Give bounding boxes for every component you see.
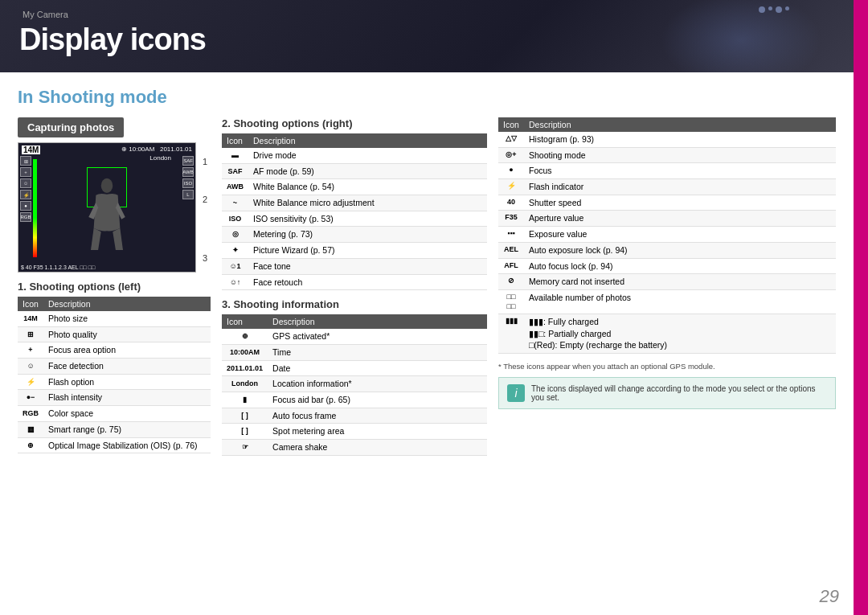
desc-cell: Camera shake	[268, 440, 487, 456]
table-row: ⊕Optical Image Stabilization (OIS) (p. 7…	[18, 437, 211, 453]
icon-cell: ⊞	[18, 326, 43, 342]
col-left: Capturing photos 14M ⊕ 10:00AM 2011.01.0…	[18, 117, 211, 464]
table-row: ⚡Flash indicator	[498, 179, 836, 195]
section-title: In Shooting mode	[18, 87, 836, 108]
table-row: ●−Flash intensity	[18, 390, 211, 406]
icon-cell: ▮▮▮	[498, 314, 524, 354]
desc-cell: Auto focus lock (p. 94)	[524, 258, 836, 274]
desc-cell: ▮▮▮: Fully charged▮▮□: Partially charged…	[524, 314, 836, 354]
icon-cell: △▽	[498, 132, 524, 147]
desc-cell: Color space	[43, 406, 211, 422]
table-row: ▮▮▮▮▮▮: Fully charged▮▮□: Partially char…	[498, 314, 836, 354]
table-row: ●Focus	[498, 163, 836, 179]
desc-cell: Focus area option	[43, 342, 211, 359]
desc-cell: Face detection	[43, 359, 211, 375]
icon-cell: 14M	[18, 311, 43, 326]
page-number: 29	[820, 586, 839, 607]
table-row: ▦Smart range (p. 75)	[18, 421, 211, 437]
desc-cell: Drive mode	[248, 148, 487, 163]
desc-cell: Photo quality	[43, 326, 211, 342]
table-row: ⚡Flash option	[18, 374, 211, 390]
icon-cell: 40	[498, 195, 524, 211]
icon-cell: ISO	[222, 211, 248, 227]
col-mid: 2. Shooting options (right) Icon Descrip…	[222, 117, 487, 464]
icon-cell: ☺1	[222, 258, 248, 274]
icon-cell: AEL	[498, 242, 524, 258]
icon-cell: ⚡	[18, 374, 43, 390]
icon-cell: ⊘	[498, 274, 524, 290]
table-row: ☺1Face tone	[222, 258, 487, 274]
shooting-info-table: Icon Description ⊕GPS activated*10:00AMT…	[222, 314, 487, 456]
col-desc-header: Description	[524, 117, 836, 132]
vf-icon: ☺	[20, 178, 31, 188]
col-desc-header: Description	[248, 133, 487, 148]
viewfinder: 14M ⊕ 10:00AM 2011.01.01 London ⊞ + ☺ ⚡ …	[18, 142, 196, 273]
desc-cell: White Balance micro adjustment	[248, 195, 487, 211]
desc-cell: Flash indicator	[524, 179, 836, 195]
icon-cell: ~	[222, 195, 248, 211]
table-row: ISOISO sensitivity (p. 53)	[222, 211, 487, 227]
table-row: 40Shutter speed	[498, 195, 836, 211]
icon-cell: ⊕	[18, 437, 43, 453]
table-row: AWBWhite Balance (p. 54)	[222, 179, 487, 195]
desc-cell: Picture Wizard (p. 57)	[248, 243, 487, 259]
label-1: 1	[203, 157, 207, 166]
icon-cell: ◎	[222, 227, 248, 243]
desc-cell: Time	[268, 344, 487, 360]
icon-cell: ☞	[222, 440, 268, 456]
table-row: AELAuto exposure lock (p. 94)	[498, 242, 836, 258]
desc-cell: Exposure value	[524, 227, 836, 243]
icon-cell: ▬	[222, 148, 248, 163]
vf-icons-right: SAF AWB ISO L	[182, 156, 194, 199]
info-icon: i	[507, 384, 525, 402]
desc-cell: Metering (p. 73)	[248, 227, 487, 243]
page-title: Display icons	[19, 23, 206, 57]
svg-point-0	[101, 178, 113, 193]
icon-cell: F35	[498, 211, 524, 227]
icon-cell: +	[18, 342, 43, 359]
table-row: ▪▪▪Exposure value	[498, 227, 836, 243]
vf-icon: ⊞	[20, 156, 31, 166]
desc-cell: Auto focus frame	[268, 408, 487, 424]
vf-icon: +	[20, 167, 31, 177]
desc-cell: Focus aid bar (p. 65)	[268, 392, 487, 408]
vf-time: ⊕ 10:00AM 2011.01.01	[121, 146, 192, 154]
vf-icon: SAF	[182, 156, 194, 166]
desc-cell: Flash intensity	[43, 390, 211, 406]
table-row: [ ]Spot metering area	[222, 424, 487, 440]
col-right: Icon Description △▽Histogram (p. 93)◎+Sh…	[498, 117, 836, 464]
vf-icon: AWB	[182, 167, 194, 177]
table-row: LondonLocation information*	[222, 376, 487, 392]
icon-cell: AFL	[498, 258, 524, 274]
desc-cell: Histogram (p. 93)	[524, 132, 836, 147]
icon-cell: ☺↑	[222, 274, 248, 290]
icon-cell: ◎+	[498, 147, 524, 163]
shooting-right2-table: Icon Description △▽Histogram (p. 93)◎+Sh…	[498, 117, 836, 354]
icon-cell: ▮	[222, 392, 268, 408]
desc-cell: Smart range (p. 75)	[43, 421, 211, 437]
icon-cell: ✦	[222, 243, 248, 259]
icon-cell: ▪▪▪	[498, 227, 524, 243]
desc-cell: Optical Image Stabilization (OIS) (p. 76…	[43, 437, 211, 453]
vf-icon: RGB	[20, 212, 31, 222]
icon-cell: 10:00AM	[222, 344, 268, 360]
desc-cell: Aperture value	[524, 211, 836, 227]
col-desc-header: Description	[43, 297, 211, 311]
table-row: ☞Camera shake	[222, 440, 487, 456]
icon-cell: 2011.01.01	[222, 360, 268, 376]
table-row: ◎+Shooting mode	[498, 147, 836, 163]
col-icon-header: Icon	[222, 133, 248, 148]
desc-cell: Date	[268, 360, 487, 376]
icon-cell: ▦	[18, 421, 43, 437]
shooting-left-heading: 1. Shooting options (left)	[18, 281, 211, 293]
icon-cell: ●−	[18, 390, 43, 406]
shooting-right-heading: 2. Shooting options (right)	[222, 117, 487, 129]
table-row: ▬Drive mode	[222, 148, 487, 163]
table-row: ⊞Photo quality	[18, 326, 211, 342]
icon-cell: ●	[498, 163, 524, 179]
breadcrumb: My Camera	[23, 10, 68, 19]
label-3: 3	[203, 253, 207, 263]
table-row: ☺Face detection	[18, 359, 211, 375]
vf-icons-left: ⊞ + ☺ ⚡ ● RGB	[20, 156, 31, 222]
info-box: i The icons displayed will change accord…	[498, 377, 836, 409]
